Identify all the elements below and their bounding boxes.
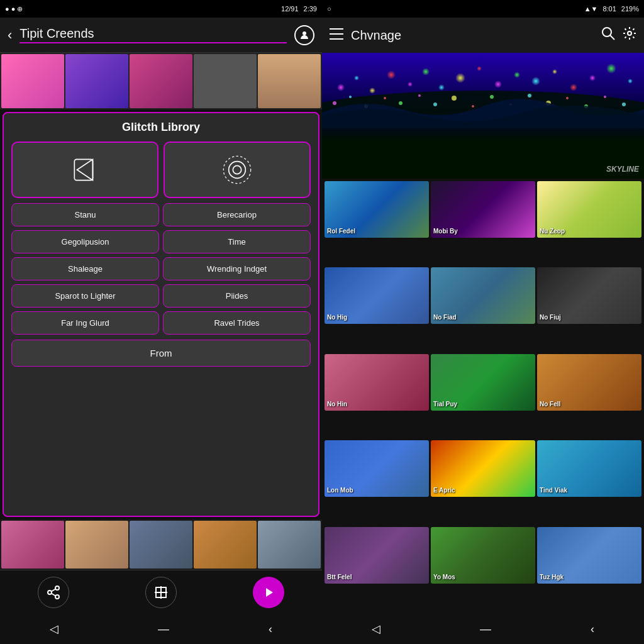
svg-point-24 [369, 87, 375, 94]
back-arrow-icon-btn[interactable] [11, 142, 158, 198]
filmstrip-thumb-2[interactable] [65, 54, 128, 108]
svg-line-10 [52, 589, 56, 591]
nav-recent-right[interactable]: ‹ [591, 623, 594, 636]
svg-point-29 [455, 73, 465, 83]
lib-btn-far-ing[interactable]: Far Ing Glurd [11, 311, 159, 335]
grid-item-13[interactable]: Btt Felel [325, 527, 429, 584]
lib-btn-ravel-trides[interactable]: Ravel Trides [163, 311, 311, 335]
search-button[interactable] [601, 26, 615, 44]
svg-point-5 [223, 156, 250, 183]
record-icon [221, 154, 253, 186]
grid-item-label-10: Lon Mob [327, 487, 353, 494]
lib-btn-shaleage[interactable]: Shaleage [11, 257, 159, 280]
hamburger-icon [330, 28, 343, 40]
lib-btn-sparot[interactable]: Sparot to Lighter [11, 284, 159, 308]
grid-item-6[interactable]: No Fiuj [537, 267, 641, 324]
lib-btn-time[interactable]: Time [163, 230, 311, 253]
nav-recent-left[interactable]: ‹ [269, 623, 272, 636]
button-grid: Stanu Berecariop Gegolipusion Time Shale… [11, 203, 311, 335]
nav-home-right[interactable]: — [480, 623, 491, 636]
svg-point-44 [418, 94, 421, 97]
top-bar-left: ‹ Tipit Creends [0, 18, 322, 53]
grid-item-label-12: Tind Viak [540, 487, 567, 494]
svg-point-32 [514, 72, 520, 78]
svg-point-7 [48, 591, 52, 594]
lib-btn-wrending-indget[interactable]: Wrending Indget [163, 257, 311, 280]
filmstrip-bottom-2[interactable] [65, 521, 128, 569]
settings-icon [623, 26, 636, 40]
grid-item-label-2: Mobi By [433, 228, 458, 235]
glitch-library-panel: Glitcth Librory Stanu Berecariop Geg [3, 112, 319, 517]
lib-btn-piides[interactable]: Piides [163, 284, 311, 308]
grid-item-1[interactable]: Rol Fedel [325, 181, 429, 238]
filmstrip-thumb-1[interactable] [1, 54, 64, 108]
lib-btn-gegolipusion[interactable]: Gegolipusion [11, 230, 159, 253]
filmstrip-thumb-5[interactable] [258, 54, 321, 108]
profile-icon[interactable] [294, 25, 314, 45]
play-button[interactable] [253, 577, 284, 608]
grid-item-12[interactable]: Tind Viak [537, 440, 641, 497]
record-icon-btn[interactable] [164, 142, 311, 198]
nav-home-left[interactable]: — [158, 623, 169, 636]
filmstrip-bottom-5[interactable] [258, 521, 321, 569]
icon-row [11, 142, 311, 198]
lib-btn-berecariop[interactable]: Berecariop [163, 203, 311, 226]
status-icons-left: ● ● ⊕ [5, 5, 23, 13]
nav-back-right[interactable]: ◁ [372, 622, 380, 636]
svg-point-22 [337, 84, 345, 91]
from-button[interactable]: From [11, 340, 311, 367]
grid-item-3[interactable]: Nu Zeop [537, 181, 641, 238]
filmstrip-bottom-4[interactable] [194, 521, 257, 569]
grid-item-label-5: No Fiad [433, 314, 457, 321]
right-panel: ○ ▲▼ 8:01 219% Chvnage [322, 0, 644, 644]
svg-point-50 [528, 94, 531, 97]
nav-back-left[interactable]: ◁ [50, 622, 58, 636]
grid-item-14[interactable]: Yo Mos [431, 527, 535, 584]
filmstrip-top [0, 53, 322, 109]
status-right-right: ▲▼ 8:01 219% [584, 5, 639, 13]
svg-point-55 [622, 103, 626, 106]
grid-item-label-7: No Hin [327, 401, 347, 408]
svg-point-42 [384, 97, 386, 99]
left-panel: ● ● ⊕ 12/91 2:39 ‹ Tipit Creends Glitcth… [0, 0, 322, 644]
grid-item-5[interactable]: No Fiad [431, 267, 535, 324]
hero-watermark: SKYLINE [606, 165, 639, 174]
notification-dots: ● ● ⊕ [5, 5, 23, 13]
grid-item-10[interactable]: Lon Mob [325, 440, 429, 497]
grid-item-2[interactable]: Mobi By [431, 181, 535, 238]
share-button[interactable] [38, 577, 69, 608]
user-icon [299, 30, 309, 40]
svg-point-25 [387, 70, 396, 79]
filmstrip-bottom-1[interactable] [1, 521, 64, 569]
hamburger-menu[interactable] [330, 27, 343, 43]
filmstrip-thumb-3[interactable] [130, 54, 192, 108]
grid-item-label-11: E Apric [433, 487, 455, 494]
grid-item-label-6: No Fiuj [540, 314, 561, 321]
svg-point-48 [490, 95, 494, 99]
grid-item-15[interactable]: Tuz Hgk [537, 527, 641, 584]
content-grid: Rol FedelMobi ByNu ZeopNo HigNo FiadNo F… [322, 179, 644, 614]
grid-item-8[interactable]: Tial Puy [431, 354, 535, 411]
settings-button[interactable] [623, 26, 636, 44]
grid-item-9[interactable]: No Fell [537, 354, 641, 411]
filmstrip-thumb-4[interactable] [194, 54, 257, 108]
grid-item-label-3: Nu Zeop [540, 228, 565, 235]
grid-item-label-15: Tuz Hgk [540, 574, 564, 581]
grid-item-11[interactable]: E Apric [431, 440, 535, 497]
grid-item-4[interactable]: No Hig [325, 267, 429, 324]
svg-point-36 [589, 75, 596, 81]
nav-bar-left: ◁ — ‹ [0, 614, 322, 644]
hero-banner: SKYLINE [322, 53, 644, 179]
back-arrow-icon [69, 154, 101, 186]
svg-point-6 [55, 586, 59, 590]
grid-item-7[interactable]: No Hin [325, 354, 429, 411]
svg-point-31 [494, 80, 502, 88]
svg-point-54 [604, 96, 606, 98]
svg-point-38 [628, 79, 633, 84]
svg-point-23 [354, 75, 359, 80]
crop-button[interactable] [145, 577, 177, 608]
filmstrip-bottom-3[interactable] [130, 521, 192, 569]
grid-item-label-13: Btt Felel [327, 574, 352, 581]
lib-btn-stanu[interactable]: Stanu [11, 203, 159, 226]
back-button[interactable]: ‹ [8, 27, 12, 43]
